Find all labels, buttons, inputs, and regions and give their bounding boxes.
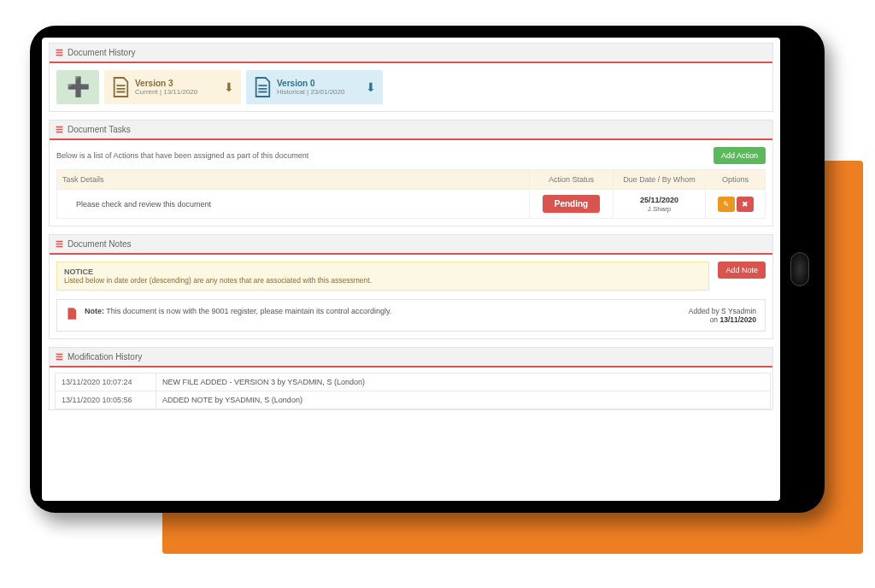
panel-modification-history: ☰ Modification History 13/11/2020 10:07:… bbox=[49, 347, 773, 410]
task-details: Please check and review this document bbox=[57, 190, 530, 219]
col-task-details: Task Details bbox=[57, 170, 530, 190]
mods-table: 13/11/2020 10:07:24 NEW FILE ADDED - VER… bbox=[55, 373, 771, 409]
tablet-frame: ☰ Document History ➕ Version 3 Current |… bbox=[30, 26, 825, 513]
menu-icon: ☰ bbox=[56, 48, 63, 57]
tasks-intro: Below is a list of Actions that have bee… bbox=[56, 151, 308, 160]
menu-icon: ☰ bbox=[56, 352, 63, 362]
add-note-button[interactable]: Add Note bbox=[718, 262, 766, 279]
mod-text: NEW FILE ADDED - VERSION 3 by YSADMIN, S… bbox=[156, 373, 771, 391]
plus-icon: ➕ bbox=[67, 76, 90, 98]
panel-document-tasks: ☰ Document Tasks Below is a list of Acti… bbox=[49, 120, 773, 226]
due-by: J.Sharp bbox=[648, 205, 672, 213]
panel-header-tasks: ☰ Document Tasks bbox=[50, 121, 772, 140]
panel-title: Modification History bbox=[68, 352, 142, 362]
file-icon bbox=[66, 307, 78, 323]
table-row: 13/11/2020 10:05:56 ADDED NOTE by YSADMI… bbox=[56, 391, 771, 409]
note-text: This document is now with the 9001 regis… bbox=[106, 307, 391, 315]
add-action-button[interactable]: Add Action bbox=[714, 147, 766, 164]
notice-text: Listed below in date order (descending) … bbox=[64, 276, 372, 285]
panel-document-history: ☰ Document History ➕ Version 3 Current |… bbox=[49, 43, 773, 112]
panel-title: Document History bbox=[68, 48, 135, 57]
tasks-table: Task Details Action Status Due Date / By… bbox=[56, 169, 766, 219]
tablet-home-button[interactable] bbox=[790, 252, 809, 286]
version-card-current[interactable]: Version 3 Current | 13/11/2020 ⬇ bbox=[104, 70, 241, 104]
version-card-historical[interactable]: Version 0 Historical | 23/01/2020 ⬇ bbox=[246, 70, 383, 104]
panel-title: Document Tasks bbox=[68, 125, 131, 134]
panel-header-history: ☰ Document History bbox=[50, 44, 772, 63]
download-icon[interactable]: ⬇ bbox=[366, 80, 376, 94]
app-screen: ☰ Document History ➕ Version 3 Current |… bbox=[42, 38, 780, 501]
version-title: Version 3 bbox=[135, 79, 219, 88]
delete-button[interactable]: ✖ bbox=[737, 197, 754, 212]
table-row: Please check and review this document Pe… bbox=[57, 190, 766, 219]
status-badge: Pending bbox=[543, 195, 600, 213]
document-icon bbox=[253, 76, 272, 98]
version-meta: Current | 13/11/2020 bbox=[135, 88, 219, 96]
note-meta: Added by S Ysadmin on 13/11/2020 bbox=[689, 307, 756, 324]
mod-timestamp: 13/11/2020 10:05:56 bbox=[56, 391, 156, 409]
version-title: Version 0 bbox=[277, 79, 361, 88]
add-version-button[interactable]: ➕ bbox=[56, 70, 99, 104]
menu-icon: ☰ bbox=[56, 125, 63, 134]
note-row: Note: This document is now with the 9001… bbox=[56, 299, 766, 332]
notice-box: NOTICE Listed below in date order (desce… bbox=[56, 262, 709, 291]
gear-icon: ✖ bbox=[742, 200, 749, 209]
mod-timestamp: 13/11/2020 10:07:24 bbox=[56, 373, 156, 391]
download-icon[interactable]: ⬇ bbox=[224, 80, 234, 94]
col-due: Due Date / By Whom bbox=[614, 170, 706, 190]
panel-header-notes: ☰ Document Notes bbox=[50, 235, 772, 255]
table-row: 13/11/2020 10:07:24 NEW FILE ADDED - VER… bbox=[56, 373, 771, 391]
document-icon bbox=[111, 76, 130, 98]
col-options: Options bbox=[706, 170, 766, 190]
note-label: Note: bbox=[85, 307, 104, 315]
edit-button[interactable]: ✎ bbox=[718, 197, 735, 212]
col-action-status: Action Status bbox=[530, 170, 614, 190]
pencil-icon: ✎ bbox=[723, 200, 730, 209]
version-meta: Historical | 23/01/2020 bbox=[277, 88, 361, 96]
notice-title: NOTICE bbox=[64, 268, 702, 276]
due-date: 25/11/2020 bbox=[619, 196, 700, 204]
panel-header-mods: ☰ Modification History bbox=[50, 348, 772, 368]
panel-title: Document Notes bbox=[68, 239, 131, 249]
panel-document-notes: ☰ Document Notes NOTICE Listed below in … bbox=[49, 234, 773, 339]
mod-text: ADDED NOTE by YSADMIN, S (London) bbox=[156, 391, 771, 409]
menu-icon: ☰ bbox=[56, 239, 63, 249]
